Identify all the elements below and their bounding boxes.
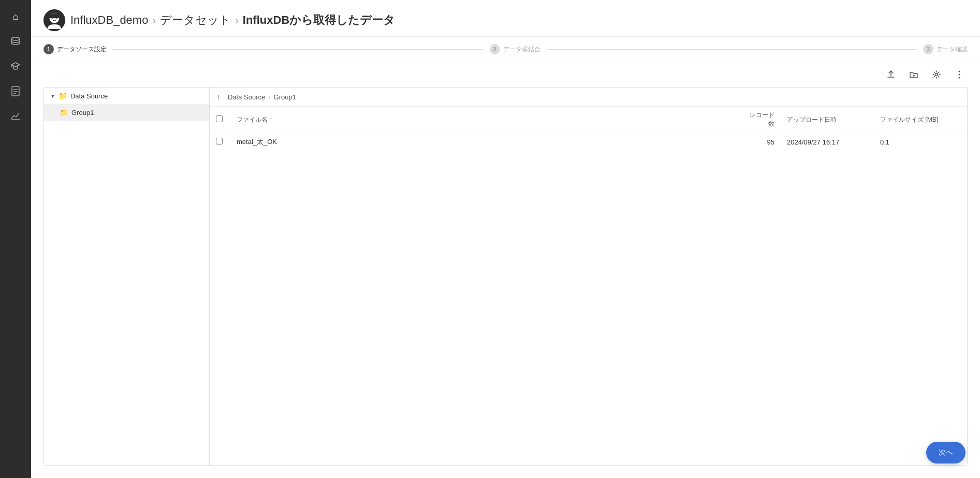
svg-point-0: [11, 37, 20, 40]
sidebar-icon-database[interactable]: [5, 31, 26, 52]
col-upload-header: アップロード日時: [781, 107, 874, 133]
col-records-header: レコード数: [739, 107, 781, 133]
breadcrumb-sep2: ›: [235, 15, 239, 26]
tree-group1-label: Group1: [71, 109, 94, 117]
stepper: 1 データソース設定 2 データ横結合 3 データ確認: [31, 37, 980, 62]
next-button[interactable]: 次へ: [926, 442, 966, 463]
table-row[interactable]: metal_太_OK 95 2024/09/27 16:17 0.1: [210, 133, 967, 151]
breadcrumb: InfluxDB_demo › データセット › InfluxDBから取得したデ…: [70, 12, 395, 28]
step-3-label: データ確認: [937, 45, 968, 54]
step-line-1: [113, 49, 484, 50]
svg-point-15: [959, 77, 960, 79]
content-breadcrumb-root: Data Source: [228, 93, 265, 101]
step-1: 1 データソース設定: [43, 44, 107, 54]
avatar: [43, 9, 65, 31]
step-2-num: 2: [490, 44, 500, 54]
svg-point-12: [935, 74, 938, 76]
tree-group1[interactable]: 📁 Group1: [44, 104, 209, 121]
main-content: InfluxDB_demo › データセット › InfluxDBから取得したデ…: [31, 0, 980, 478]
step-1-label: データソース設定: [57, 45, 107, 54]
sidebar-icon-home[interactable]: ⌂: [5, 6, 26, 27]
content-breadcrumb: ↑ Data Source › Group1: [210, 88, 967, 107]
up-arrow-icon[interactable]: ↑: [217, 93, 221, 101]
breadcrumb-sep1: ›: [152, 15, 156, 26]
file-upload: 2024/09/27 16:17: [781, 133, 874, 151]
tree-expand-arrow: ▼: [50, 93, 55, 99]
tree-root[interactable]: ▼ 📁 Data Source: [44, 88, 209, 104]
file-browser: ▼ 📁 Data Source 📁 Group1 ↑ Data Source ›…: [43, 87, 968, 466]
col-size-header: ファイルサイズ [MB]: [874, 107, 967, 133]
folder-icon: 📁: [58, 92, 67, 100]
tree-panel: ▼ 📁 Data Source 📁 Group1: [44, 88, 210, 465]
step-line-2: [547, 49, 917, 50]
file-records: 95: [739, 133, 781, 151]
file-name: metal_太_OK: [230, 133, 739, 151]
tree-root-label: Data Source: [70, 92, 108, 100]
subfolder-icon: 📁: [60, 108, 68, 117]
select-all-checkbox[interactable]: [216, 115, 223, 122]
step-3-num: 3: [923, 44, 933, 54]
toolbar: [31, 62, 980, 87]
upload-button[interactable]: [883, 66, 899, 83]
row-checkbox[interactable]: [216, 138, 223, 144]
sidebar: ⌂: [0, 0, 31, 478]
sidebar-icon-document[interactable]: [5, 81, 26, 102]
breadcrumb-current: InfluxDBから取得したデータ: [243, 12, 395, 28]
row-checkbox-cell: [210, 133, 230, 151]
step-3: 3 データ確認: [923, 44, 968, 54]
content-breadcrumb-child: Group1: [274, 93, 296, 101]
file-table: ファイル名 ↑ レコード数 アップロード日時 ファイルサイズ [MB] meta…: [210, 107, 967, 151]
sidebar-icon-chart[interactable]: [5, 106, 26, 126]
svg-point-13: [959, 71, 960, 73]
col-name-header[interactable]: ファイル名 ↑: [230, 107, 739, 133]
content-panel: ↑ Data Source › Group1 ファイル名 ↑ レコード数 アップ…: [210, 88, 967, 465]
step-1-num: 1: [43, 44, 54, 54]
col-check-header: [210, 107, 230, 133]
breadcrumb-project[interactable]: InfluxDB_demo: [70, 13, 148, 27]
svg-point-14: [959, 74, 960, 76]
header: InfluxDB_demo › データセット › InfluxDBから取得したデ…: [31, 0, 980, 37]
breadcrumb-dataset[interactable]: データセット: [160, 12, 231, 28]
file-size: 0.1: [874, 133, 967, 151]
settings-button[interactable]: [928, 66, 945, 83]
step-2: 2 データ横結合: [490, 44, 540, 54]
svg-rect-1: [12, 86, 19, 96]
add-folder-button[interactable]: [905, 66, 922, 83]
sidebar-icon-learn[interactable]: [5, 56, 26, 77]
content-breadcrumb-sep: ›: [268, 93, 270, 101]
more-button[interactable]: [951, 66, 968, 83]
step-2-label: データ横結合: [503, 45, 540, 54]
table-header-row: ファイル名 ↑ レコード数 アップロード日時 ファイルサイズ [MB]: [210, 107, 967, 133]
